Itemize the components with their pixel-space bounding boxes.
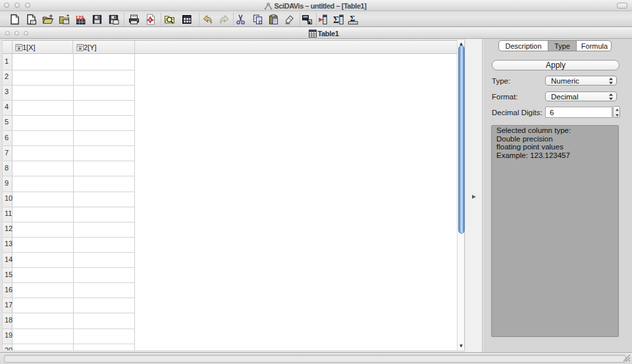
- svg-text:123: 123: [76, 14, 84, 20]
- svg-text:A: A: [149, 18, 151, 22]
- svg-text:Σ: Σ: [333, 15, 339, 25]
